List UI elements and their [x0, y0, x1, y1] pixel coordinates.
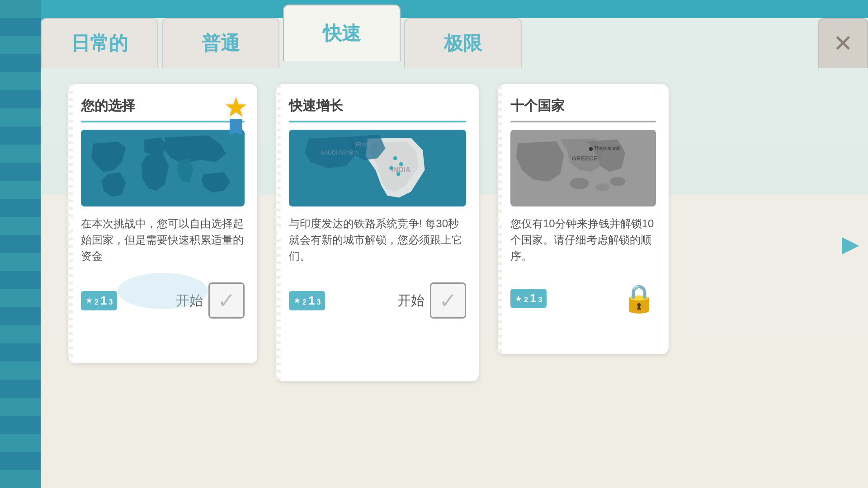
svg-text:GREECE: GREECE [572, 155, 598, 162]
card-map-india: INDIA SAUDI ARABIA IRAN [289, 130, 466, 206]
svg-point-14 [595, 183, 609, 191]
start-button-fast-growth[interactable]: 开始 ✓ [397, 282, 466, 319]
checkmark-box-your-choice[interactable]: ✓ [208, 282, 245, 319]
star-badge: ★ [224, 91, 248, 123]
check-icon: ✓ [217, 288, 236, 313]
medal-badge-ten-countries: ★ 2 1 3 [510, 289, 547, 308]
lock-container: 🔒 [622, 282, 656, 314]
nav-arrow-right[interactable]: ▶ [842, 231, 859, 257]
card-map-world [81, 130, 245, 206]
card-description-your-choice: 在本次挑战中，您可以自由选择起始国家，但是需要快速积累适量的资金 [81, 216, 245, 264]
card-title-your-choice: 您的选择 [81, 97, 245, 115]
checkmark-box-fast-growth[interactable]: ✓ [430, 282, 466, 319]
svg-text:INDIA: INDIA [391, 166, 410, 174]
svg-text:SAUDI ARABIA: SAUDI ARABIA [321, 150, 359, 156]
card-map-greece: Thessaloniki GREECE [510, 130, 656, 206]
close-button[interactable]: ✕ [818, 18, 868, 68]
medal-star-icon-3: ★ [515, 294, 522, 304]
tab-normal[interactable]: 普通 [162, 18, 279, 68]
card-footer-ten-countries: ★ 2 1 3 🔒 [510, 282, 656, 314]
medal-star-icon: ★ [85, 296, 93, 305]
tab-extreme[interactable]: 极限 [404, 18, 522, 68]
card-divider-2 [289, 121, 466, 122]
tab-fast[interactable]: 快速 [283, 5, 401, 61]
stripe-decoration [0, 0, 41, 488]
tab-bar: 日常的 普通 快速 极限 ✕ [41, 0, 868, 59]
india-map: INDIA SAUDI ARABIA IRAN [289, 130, 466, 206]
card-ten-countries: 十个国家 Thessaloniki GREECE [497, 84, 669, 355]
svg-point-13 [570, 178, 589, 189]
svg-text:Thessaloniki: Thessaloniki [594, 145, 622, 151]
svg-point-2 [393, 156, 397, 160]
card-footer-fast-growth: ★ 2 1 3 开始 ✓ [289, 282, 466, 319]
card-title-ten-countries: 十个国家 [510, 97, 656, 115]
card-description-fast-growth: 与印度发达的铁路系统竞争! 每30秒就会有新的城市解锁，您必须跟上它们。 [289, 216, 466, 264]
card-fast-growth: 快速增长 [276, 84, 479, 382]
greece-map: Thessaloniki GREECE [510, 130, 656, 206]
star-icon: ★ [224, 91, 248, 123]
card-divider-3 [510, 121, 656, 122]
medal-badge-your-choice: ★ 2 1 3 [81, 291, 117, 310]
check-icon-2: ✓ [439, 288, 457, 313]
tab-daily[interactable]: 日常的 [41, 18, 158, 68]
svg-text:IRAN: IRAN [356, 141, 369, 148]
medal-star-icon-2: ★ [293, 296, 301, 305]
lock-icon: 🔒 [622, 283, 656, 314]
cloud-hint [118, 273, 208, 309]
svg-point-15 [610, 177, 625, 186]
card-your-choice: ★ 您的选择 [68, 84, 258, 364]
card-divider [81, 121, 245, 122]
content-area: ★ 您的选择 [41, 66, 868, 488]
svg-point-10 [589, 147, 593, 150]
world-map [81, 130, 245, 206]
card-title-fast-growth: 快速增长 [289, 97, 466, 115]
medal-badge-fast-growth: ★ 2 1 3 [289, 291, 325, 310]
card-description-ten-countries: 您仅有10分钟来挣钱并解锁10个国家。请仔细考虑解锁的顺序。 [510, 216, 656, 264]
